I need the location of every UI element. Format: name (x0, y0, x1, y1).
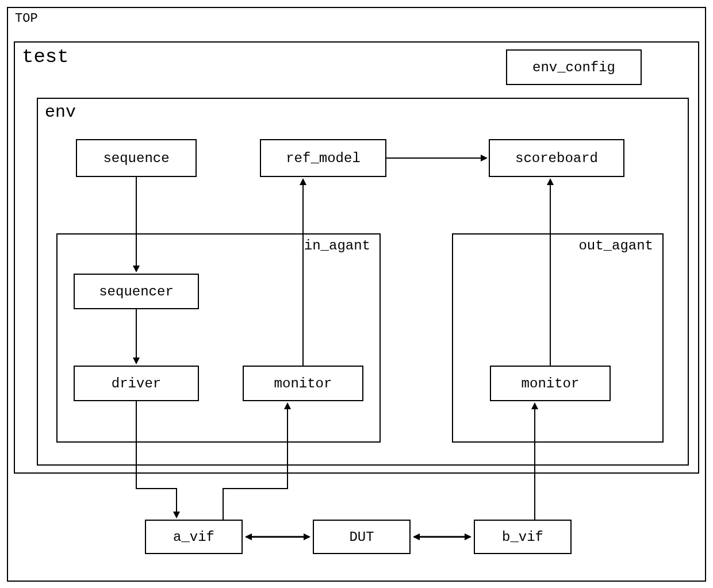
dut-box: DUT (313, 520, 411, 554)
a-vif-box: a_vif (145, 520, 243, 554)
out-agent-label: out_agant (578, 238, 653, 253)
diagram-stage: TOP test env_config env sequence ref_mod… (0, 0, 713, 588)
dut-label: DUT (349, 529, 374, 545)
out-monitor-box: monitor (490, 366, 611, 401)
out-monitor-label: monitor (522, 376, 580, 391)
in-agent-label: in_agant (304, 238, 370, 253)
out-agent-box: out_agant (452, 233, 664, 443)
env-label: env (45, 102, 76, 122)
in-agent-box: in_agant (56, 233, 381, 443)
ref-model-label: ref_model (286, 151, 361, 166)
test-label: test (22, 46, 69, 68)
ref-model-box: ref_model (260, 139, 386, 177)
scoreboard-label: scoreboard (515, 151, 598, 166)
sequencer-box: sequencer (74, 274, 199, 309)
sequencer-label: sequencer (99, 284, 174, 299)
env-config-label: env_config (532, 60, 615, 75)
sequence-label: sequence (103, 151, 169, 166)
scoreboard-box: scoreboard (489, 139, 624, 177)
b-vif-label: b_vif (502, 529, 543, 545)
driver-label: driver (112, 376, 161, 391)
in-monitor-label: monitor (274, 376, 332, 391)
env-config-box: env_config (506, 49, 642, 85)
top-label: TOP (15, 11, 38, 26)
a-vif-label: a_vif (173, 529, 214, 545)
sequence-box: sequence (76, 139, 197, 177)
driver-box: driver (74, 366, 199, 401)
b-vif-box: b_vif (474, 520, 572, 554)
in-monitor-box: monitor (243, 366, 363, 401)
